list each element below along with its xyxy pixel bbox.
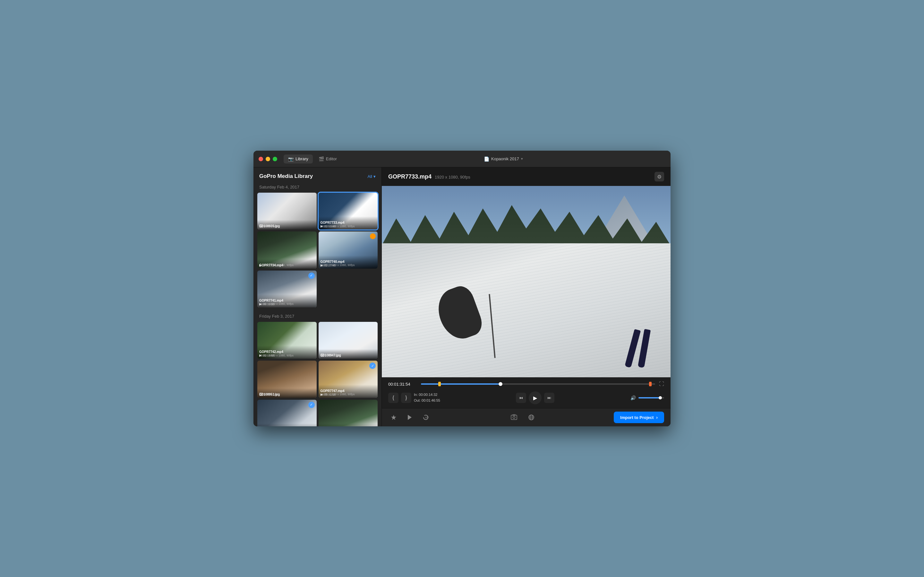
- day-section-friday: Friday Feb 3, 2017 GOPR7742.mp4 00:02:19…: [254, 313, 381, 426]
- import-to-project-button[interactable]: Import to Project ›: [614, 412, 664, 423]
- playback-controls: ⏮ ▶ ⏭: [445, 392, 625, 404]
- svg-marker-0: [391, 415, 396, 420]
- controls-area: 00:01:31:54 ⛶ { } In: 00:0: [382, 377, 670, 408]
- media-filename: GOPR7742.mp4: [259, 350, 315, 354]
- media-filename: GOPR7747.mp4: [320, 389, 376, 393]
- out-point-button[interactable]: }: [401, 393, 411, 403]
- filter-arrow: ▾: [373, 174, 376, 179]
- minimize-button[interactable]: [266, 157, 270, 161]
- project-dropdown-arrow[interactable]: ▾: [521, 157, 523, 161]
- tab-editor-label: Editor: [326, 156, 337, 161]
- volume-icon: 🔊: [630, 395, 636, 400]
- nav-tabs: 📷 Library 🎬 Editor: [284, 155, 341, 163]
- media-item-G0108951[interactable]: G0108951.jpg 🖼 4000 x 3000: [257, 361, 317, 398]
- toolbar-right: Import to Project ›: [614, 412, 664, 423]
- step-back-button[interactable]: ⏮: [516, 393, 526, 403]
- fullscreen-button[interactable]: ⛶: [659, 381, 664, 387]
- preview-filename: GOPR7733.mp4: [388, 173, 431, 180]
- volume-fill: [638, 397, 660, 398]
- media-item-GOPR7750[interactable]: GOPR7750.mp4 00:01:12:51: [318, 400, 378, 426]
- video-specs: 2D - 1920 x 1080, 90fps: [324, 225, 355, 228]
- import-arrow: ›: [656, 415, 658, 420]
- scene-equipment: [630, 329, 648, 367]
- video-icon: ▶: [320, 224, 323, 228]
- title-bar-center: 📄 Kopaonik 2017 ▾: [341, 156, 666, 161]
- globe-button[interactable]: [526, 412, 537, 423]
- volume-handle[interactable]: [659, 396, 662, 400]
- editor-icon: 🎬: [318, 156, 324, 161]
- media-grid-saturday: G0108935.jpg 🖼 4000 x 3000 GOPR7733.mp4 …: [257, 193, 378, 308]
- svg-rect-4: [511, 415, 517, 420]
- out-marker[interactable]: [649, 382, 652, 386]
- video-icon: ▶: [320, 263, 323, 267]
- video-preview: [382, 186, 670, 377]
- media-info: GOPR7748.mp4 00:03:00:45: [257, 424, 317, 426]
- rotate-button[interactable]: 90°: [420, 412, 431, 423]
- screenshot-icon: [510, 414, 517, 421]
- out-label: Out:: [414, 398, 421, 402]
- svg-text:90°: 90°: [425, 416, 429, 419]
- filter-dropdown[interactable]: All ▾: [368, 174, 376, 179]
- tab-editor[interactable]: 🎬 Editor: [314, 155, 341, 163]
- orange-badge: [370, 234, 376, 239]
- in-out-section: { } In: 00:00:14:32 Out: 00:01:46:55: [388, 392, 440, 403]
- time-display: 00:01:31:54: [388, 382, 417, 387]
- title-bar: 📷 Library 🎬 Editor 📄 Kopaonik 2017 ▾: [254, 151, 670, 167]
- media-item-GOPR7748[interactable]: ✓ GOPR7748.mp4 00:03:00:45: [257, 400, 317, 426]
- check-badge: ✓: [369, 363, 376, 369]
- media-item-GOPR7733[interactable]: GOPR7733.mp4 00:02:53:49 ▶ 2D - 1920 x 1…: [318, 193, 378, 229]
- media-item-GOPR7742[interactable]: GOPR7742.mp4 00:02:19:55 ▶ 2D - 1920 x 1…: [257, 322, 317, 359]
- file-icon: 📄: [484, 156, 489, 161]
- media-item-G0108935[interactable]: G0108935.jpg 🖼 4000 x 3000: [257, 193, 317, 229]
- toolbar-left: 90°: [388, 412, 431, 423]
- out-time: 00:01:46:55: [422, 398, 440, 402]
- svg-marker-1: [408, 415, 412, 420]
- app-window: 📷 Library 🎬 Editor 📄 Kopaonik 2017 ▾ GoP…: [254, 151, 670, 426]
- day-header-friday: Friday Feb 3, 2017: [257, 313, 378, 322]
- settings-button[interactable]: ⚙: [654, 172, 664, 181]
- close-button[interactable]: [258, 157, 263, 161]
- sidebar-header: GoPro Media Library All ▾: [254, 167, 381, 183]
- media-item-GOPR7747[interactable]: ✓ GOPR7747.mp4 00:05:31:18 ▶ 2D - 1920 x…: [318, 361, 378, 398]
- photo-dimensions: 4000 x 3000: [264, 393, 280, 396]
- timeline-progress: [421, 384, 501, 385]
- photo-icon: 🖼: [320, 353, 324, 357]
- timeline-track[interactable]: [421, 384, 655, 385]
- photo-dimensions: 4000 x 3000: [325, 354, 341, 357]
- day-header-saturday: Saturday Feb 4, 2017: [257, 183, 378, 193]
- trim-button[interactable]: [404, 412, 415, 423]
- media-item-GOPR7741[interactable]: ✓ GOPR7741.mp4 00:00:33:20 ▶ 2D - 1920 x…: [257, 271, 317, 308]
- tab-library-label: Library: [296, 156, 309, 161]
- play-button[interactable]: ▶: [529, 392, 541, 404]
- playhead[interactable]: [499, 382, 502, 386]
- maximize-button[interactable]: [273, 157, 277, 161]
- in-marker[interactable]: [438, 382, 441, 386]
- main-content: GoPro Media Library All ▾ Saturday Feb 4…: [254, 167, 670, 426]
- stabilize-button[interactable]: [388, 412, 399, 423]
- screenshot-button[interactable]: [509, 412, 519, 423]
- video-icon: ▶: [259, 302, 262, 306]
- media-item-GOPR7740[interactable]: GOPR7740.mp4 00:02:27:45 ▶ 2D - 1920 x 1…: [318, 231, 378, 268]
- video-specs: 2D - 1920 x 1080, 90fps: [263, 302, 294, 306]
- globe-icon: [528, 414, 535, 421]
- toolbar-center: [431, 412, 614, 423]
- media-item-G0108947[interactable]: G0108947.jpg 🖼 4000 x 3000: [318, 322, 378, 359]
- media-item-GOPR7734[interactable]: GOPR7734.mp4 ▶ 2D - 1920 x 1080, 90fps: [257, 231, 317, 268]
- volume-slider[interactable]: [638, 397, 664, 398]
- video-specs: 2D - 1920 x 1080, 90fps: [263, 354, 294, 357]
- ski-scene: [382, 186, 670, 377]
- traffic-lights: [258, 157, 277, 161]
- video-specs: 2D - 1920 x 1080, 90fps: [263, 263, 294, 267]
- in-point-button[interactable]: {: [388, 393, 399, 403]
- media-grid-friday: GOPR7742.mp4 00:02:19:55 ▶ 2D - 1920 x 1…: [257, 322, 378, 426]
- tab-library[interactable]: 📷 Library: [284, 155, 313, 163]
- check-badge: ✓: [309, 272, 315, 279]
- preview-title: GOPR7733.mp4 1920 x 1080, 90fps: [388, 173, 470, 180]
- preview-header: GOPR7733.mp4 1920 x 1080, 90fps ⚙: [382, 167, 670, 186]
- library-icon: 📷: [288, 156, 294, 161]
- photo-dimensions: 4000 x 3000: [264, 224, 280, 227]
- volume-section: 🔊: [630, 395, 664, 400]
- step-forward-button[interactable]: ⏭: [544, 393, 554, 403]
- bottom-toolbar: 90°: [382, 408, 670, 426]
- filter-label: All: [368, 174, 372, 179]
